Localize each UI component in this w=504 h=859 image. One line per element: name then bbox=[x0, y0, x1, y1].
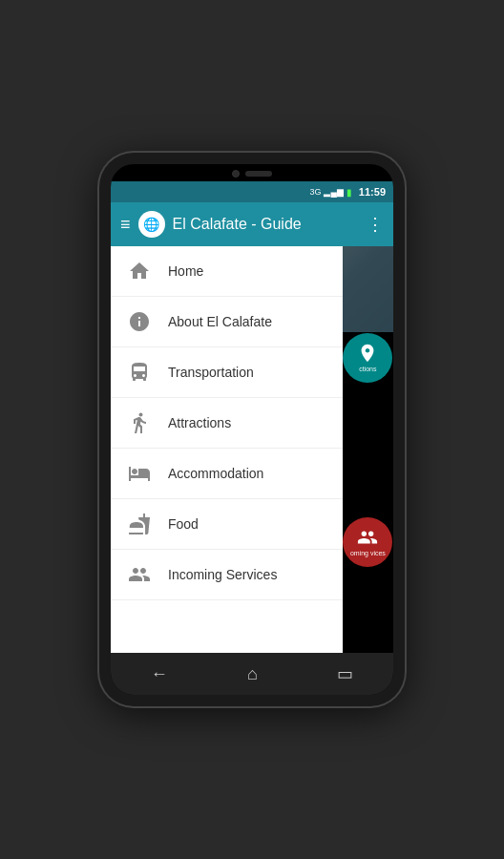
menu-item-food[interactable]: Food bbox=[111, 499, 343, 550]
menu-item-home[interactable]: Home bbox=[111, 246, 343, 297]
incoming-overlay-icon bbox=[357, 527, 378, 548]
content-overlay: ctions oming vices bbox=[343, 246, 393, 653]
menu-label-food: Food bbox=[168, 516, 199, 532]
more-options-button[interactable]: ⋮ bbox=[367, 214, 384, 235]
incoming-overlay-label: oming vices bbox=[350, 550, 386, 556]
app-bar-title: El Calafate - Guide bbox=[173, 216, 359, 233]
hamburger-menu-button[interactable]: ≡ bbox=[120, 215, 131, 235]
menu-label-accommodation: Accommodation bbox=[168, 466, 263, 481]
status-icons: 3G ▂▄▆ ▮ 11:59 bbox=[309, 186, 386, 198]
info-icon bbox=[124, 306, 155, 337]
signal-strength: ▂▄▆ bbox=[324, 187, 343, 197]
camera-sensor bbox=[232, 170, 240, 178]
recents-button[interactable]: ▭ bbox=[322, 658, 368, 690]
menu-item-accommodation[interactable]: Accommodation bbox=[111, 449, 343, 499]
status-bar: 3G ▂▄▆ ▮ 11:59 bbox=[111, 181, 393, 202]
bed-icon bbox=[124, 458, 155, 489]
speaker-grille bbox=[245, 171, 272, 177]
menu-label-transportation: Transportation bbox=[168, 365, 254, 380]
phone-screen: 3G ▂▄▆ ▮ 11:59 ≡ 🌐 El Calafate - Guide ⋮ bbox=[111, 164, 393, 695]
battery-icon: ▮ bbox=[346, 187, 352, 198]
attractions-overlay-label: ctions bbox=[359, 366, 376, 372]
phone-sensors bbox=[232, 170, 272, 178]
home-icon bbox=[124, 256, 155, 286]
menu-item-about[interactable]: About El Calafate bbox=[111, 297, 343, 347]
home-button[interactable]: ⌂ bbox=[232, 659, 273, 690]
menu-item-attractions[interactable]: Attractions bbox=[111, 398, 343, 449]
sign-icon bbox=[124, 408, 155, 438]
attractions-overlay-icon bbox=[357, 343, 378, 364]
signal-icon: 3G bbox=[309, 187, 321, 197]
menu-label-attractions: Attractions bbox=[168, 415, 231, 430]
attractions-circle: ctions bbox=[343, 333, 392, 383]
menu-item-incoming[interactable]: Incoming Services bbox=[111, 550, 343, 600]
navigation-bar: ← ⌂ ▭ bbox=[111, 653, 393, 695]
food-icon bbox=[124, 509, 155, 539]
menu-item-transportation[interactable]: Transportation bbox=[111, 347, 343, 398]
menu-label-incoming: Incoming Services bbox=[168, 567, 277, 582]
content-area: viajante virtual El Calafate Argentina H… bbox=[111, 246, 393, 653]
status-time: 11:59 bbox=[359, 186, 386, 198]
app-bar: ≡ 🌐 El Calafate - Guide ⋮ bbox=[111, 202, 393, 246]
people-icon bbox=[124, 559, 155, 590]
back-button[interactable]: ← bbox=[136, 659, 183, 690]
app-logo: 🌐 bbox=[138, 211, 165, 238]
menu-label-about: About El Calafate bbox=[168, 314, 272, 329]
navigation-drawer: Home About El Calafate Transportation bbox=[111, 246, 343, 653]
bus-icon bbox=[124, 357, 155, 388]
menu-label-home: Home bbox=[168, 263, 203, 279]
globe-icon: 🌐 bbox=[143, 217, 159, 232]
phone-device: 3G ▂▄▆ ▮ 11:59 ≡ 🌐 El Calafate - Guide ⋮ bbox=[99, 153, 405, 706]
incoming-circle: oming vices bbox=[343, 517, 392, 567]
